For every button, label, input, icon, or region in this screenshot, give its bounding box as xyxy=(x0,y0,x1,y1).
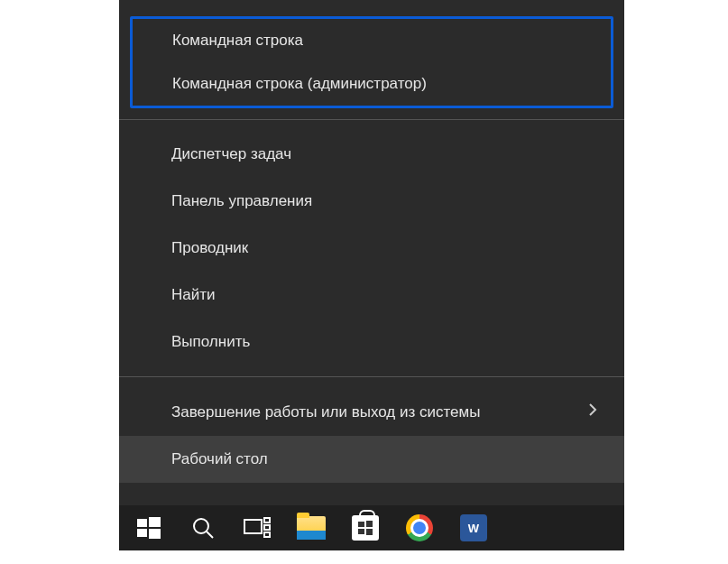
menu-item-label: Панель управления xyxy=(171,192,312,210)
menu-item-cmd[interactable]: Командная строка xyxy=(133,19,611,62)
svg-rect-6 xyxy=(244,520,262,533)
start-button[interactable] xyxy=(124,505,173,550)
menu-item-label: Командная строка (администратор) xyxy=(172,75,427,93)
menu-item-desktop[interactable]: Рабочий стол xyxy=(119,436,624,483)
svg-point-4 xyxy=(194,519,208,533)
menu-divider xyxy=(119,119,624,120)
svg-rect-0 xyxy=(137,519,147,527)
svg-rect-10 xyxy=(358,522,364,527)
search-icon xyxy=(191,516,215,540)
word-button[interactable]: W xyxy=(449,505,498,550)
menu-item-label: Найти xyxy=(171,286,216,304)
menu-item-label: Диспетчер задач xyxy=(171,145,291,163)
chevron-right-icon xyxy=(588,402,597,421)
explorer-icon xyxy=(297,516,326,540)
menu-item-label: Рабочий стол xyxy=(171,450,268,468)
menu-item-label: Выполнить xyxy=(171,333,250,351)
svg-rect-2 xyxy=(137,529,147,537)
windows-logo-icon xyxy=(137,516,161,540)
task-view-button[interactable] xyxy=(233,505,281,550)
task-view-icon xyxy=(244,517,271,539)
menu-item-label: Завершение работы или выход из системы xyxy=(171,403,480,421)
chrome-button[interactable] xyxy=(395,505,444,550)
menu-item-cmd-admin[interactable]: Командная строка (администратор) xyxy=(133,62,611,106)
svg-rect-9 xyxy=(264,532,270,537)
highlight-box: Командная строка Командная строка (админ… xyxy=(130,16,613,108)
store-button[interactable] xyxy=(341,505,390,550)
menu-item-label: Проводник xyxy=(171,239,248,257)
menu-item-explorer[interactable]: Проводник xyxy=(119,225,624,272)
svg-line-5 xyxy=(207,532,213,538)
menu-item-shutdown-signout[interactable]: Завершение работы или выход из системы xyxy=(119,388,624,436)
svg-rect-1 xyxy=(149,517,161,527)
svg-rect-13 xyxy=(366,529,373,535)
menu-item-control-panel[interactable]: Панель управления xyxy=(119,178,624,225)
store-icon xyxy=(352,515,379,541)
chrome-icon xyxy=(406,514,433,541)
svg-rect-7 xyxy=(264,518,270,522)
menu-item-search[interactable]: Найти xyxy=(119,272,624,319)
menu-item-label: Командная строка xyxy=(172,32,303,50)
taskbar: W xyxy=(119,505,624,550)
svg-rect-3 xyxy=(149,529,161,539)
svg-rect-8 xyxy=(264,525,270,530)
menu-item-run[interactable]: Выполнить xyxy=(119,319,624,365)
svg-rect-12 xyxy=(358,529,364,534)
menu-divider xyxy=(119,376,624,377)
file-explorer-button[interactable] xyxy=(287,505,336,550)
word-icon: W xyxy=(460,514,487,541)
winx-context-menu: Командная строка Командная строка (админ… xyxy=(119,0,624,505)
search-button[interactable] xyxy=(179,505,227,550)
menu-item-task-manager[interactable]: Диспетчер задач xyxy=(119,131,624,178)
svg-rect-11 xyxy=(366,521,373,527)
